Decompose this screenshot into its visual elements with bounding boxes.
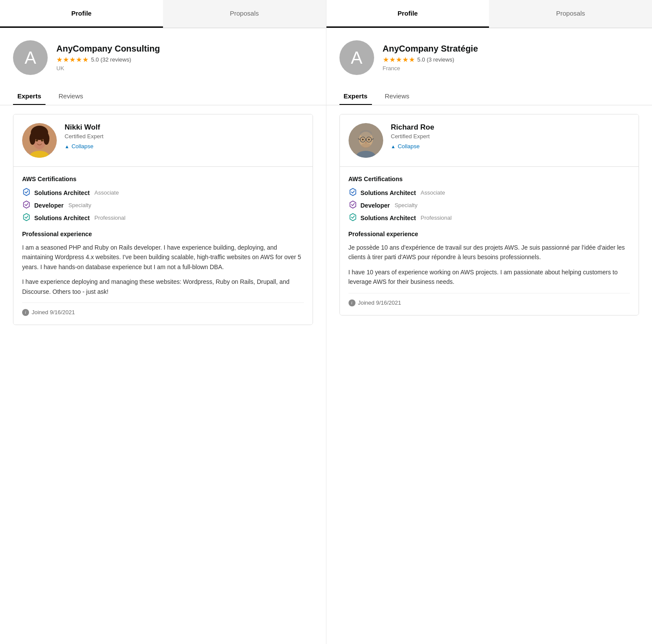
certified-label: Certified Expert: [65, 133, 104, 140]
expert-card: Nikki WolfCertified Expert▲CollapseAWS C…: [13, 114, 313, 325]
star-rating: ★★★★★: [56, 55, 89, 64]
tab-bar: ProfileProposals: [326, 0, 652, 28]
cert-item: DeveloperSpecialty: [349, 200, 630, 210]
collapse-arrow-icon: ▲: [391, 144, 396, 149]
svg-marker-11: [23, 214, 29, 221]
company-location: UK: [56, 65, 160, 72]
tab-proposals[interactable]: Proposals: [163, 0, 326, 28]
stars-row: ★★★★★5.0 (3 reviews): [383, 55, 478, 64]
expert-name: Nikki Wolf: [65, 123, 104, 132]
rating-text: 5.0 (3 reviews): [417, 56, 454, 63]
prof-exp-paragraph: Je possède 10 ans d'expérience de travai…: [349, 243, 630, 262]
cert-icon: [349, 188, 357, 198]
collapse-button[interactable]: ▲Collapse: [391, 143, 434, 150]
inner-tabs: ExpertsReviews: [326, 87, 652, 105]
company-name: AnyCompany Consulting: [56, 44, 160, 54]
cert-level: Associate: [421, 189, 445, 196]
expert-section: Richard RoeCertified Expert▲CollapseAWS …: [326, 105, 652, 324]
svg-point-22: [361, 143, 371, 148]
cert-name: Solutions Architect: [34, 189, 90, 196]
company-name: AnyCompany Stratégie: [383, 44, 478, 54]
expert-avatar: [349, 123, 383, 158]
svg-marker-9: [23, 189, 29, 196]
prof-exp-paragraph: I have experience deploying and managing…: [22, 277, 304, 296]
prof-exp-title: Professional experience: [22, 231, 304, 237]
rating-text: 5.0 (32 reviews): [91, 56, 131, 63]
expert-card: Richard RoeCertified Expert▲CollapseAWS …: [339, 114, 639, 315]
inner-tabs: ExpertsReviews: [0, 87, 326, 105]
company-avatar: A: [13, 40, 48, 75]
info-icon: i: [22, 309, 29, 316]
collapse-label: Collapse: [72, 143, 94, 150]
collapse-arrow-icon: ▲: [65, 144, 69, 149]
cert-name: Solutions Architect: [361, 189, 416, 196]
cert-icon: [22, 213, 31, 223]
cert-level: Professional: [95, 215, 126, 221]
collapse-button[interactable]: ▲Collapse: [65, 143, 104, 150]
joined-text: Joined 9/16/2021: [358, 299, 401, 306]
prof-exp-title: Professional experience: [349, 231, 630, 237]
expert-details: AWS Certifications Solutions ArchitectAs…: [340, 166, 639, 315]
page-container: ProfileProposalsAAnyCompany Consulting★★…: [0, 0, 652, 644]
prof-exp-paragraph: I am a seasoned PHP and Ruby on Rails de…: [22, 243, 304, 272]
info-icon: i: [349, 299, 355, 306]
expert-name: Richard Roe: [391, 123, 434, 132]
joined-row: iJoined 9/16/2021: [22, 302, 304, 316]
prof-exp-section: Professional experienceI am a seasoned P…: [22, 231, 304, 296]
company-header: AAnyCompany Consulting★★★★★5.0 (32 revie…: [0, 28, 326, 84]
prof-exp-paragraph: I have 10 years of experience working on…: [349, 267, 630, 287]
svg-point-7: [41, 140, 43, 142]
svg-marker-27: [350, 214, 355, 221]
svg-point-23: [365, 142, 367, 143]
cert-level: Specialty: [394, 202, 417, 208]
svg-marker-10: [23, 201, 29, 208]
svg-point-5: [33, 129, 46, 140]
cert-icon: [349, 213, 357, 223]
expert-avatar: [22, 123, 57, 158]
expert-meta: Richard RoeCertified Expert▲Collapse: [391, 123, 434, 150]
cert-list: Solutions ArchitectAssociate DeveloperSp…: [349, 188, 630, 223]
cert-icon: [22, 200, 31, 210]
certified-label: Certified Expert: [391, 133, 434, 140]
prof-exp-section: Professional experienceJe possède 10 ans…: [349, 231, 630, 287]
expert-meta: Nikki WolfCertified Expert▲Collapse: [65, 123, 104, 150]
expert-section: Nikki WolfCertified Expert▲CollapseAWS C…: [0, 105, 326, 334]
collapse-label: Collapse: [398, 143, 420, 150]
company-avatar: A: [339, 40, 374, 75]
company-header: AAnyCompany Stratégie★★★★★5.0 (3 reviews…: [326, 28, 652, 84]
svg-point-21: [368, 139, 370, 140]
tab-bar: ProfileProposals: [0, 0, 326, 28]
cert-name: Solutions Architect: [34, 215, 90, 221]
certifications-title: AWS Certifications: [22, 176, 304, 182]
cert-item: Solutions ArchitectAssociate: [22, 188, 304, 198]
cert-level: Professional: [421, 215, 452, 221]
expert-details: AWS Certifications Solutions ArchitectAs…: [13, 166, 313, 325]
cert-item: Solutions ArchitectAssociate: [349, 188, 630, 198]
inner-tab-experts[interactable]: Experts: [339, 87, 372, 105]
cert-list: Solutions ArchitectAssociate DeveloperSp…: [22, 188, 304, 223]
certifications-title: AWS Certifications: [349, 176, 630, 182]
company-info: AnyCompany Stratégie★★★★★5.0 (3 reviews)…: [383, 44, 478, 72]
expert-card-header: Richard RoeCertified Expert▲Collapse: [340, 114, 639, 166]
cert-icon: [349, 200, 357, 210]
cert-level: Associate: [95, 189, 119, 196]
svg-marker-26: [350, 201, 355, 208]
cert-name: Solutions Architect: [361, 215, 416, 221]
cert-name: Developer: [34, 202, 64, 209]
joined-text: Joined 9/16/2021: [32, 309, 75, 315]
joined-row: iJoined 9/16/2021: [349, 293, 630, 306]
svg-point-14: [360, 130, 372, 137]
inner-tab-reviews[interactable]: Reviews: [381, 87, 414, 105]
cert-item: DeveloperSpecialty: [22, 200, 304, 210]
star-rating: ★★★★★: [383, 55, 415, 64]
inner-tab-experts[interactable]: Experts: [13, 87, 46, 105]
tab-profile[interactable]: Profile: [326, 0, 489, 28]
cert-level: Specialty: [68, 202, 91, 208]
panel-left: ProfileProposalsAAnyCompany Consulting★★…: [0, 0, 326, 644]
stars-row: ★★★★★5.0 (32 reviews): [56, 55, 160, 64]
svg-point-6: [36, 140, 38, 142]
inner-tab-reviews[interactable]: Reviews: [54, 87, 88, 105]
expert-card-header: Nikki WolfCertified Expert▲Collapse: [13, 114, 313, 166]
tab-proposals[interactable]: Proposals: [489, 0, 652, 28]
tab-profile[interactable]: Profile: [0, 0, 163, 28]
